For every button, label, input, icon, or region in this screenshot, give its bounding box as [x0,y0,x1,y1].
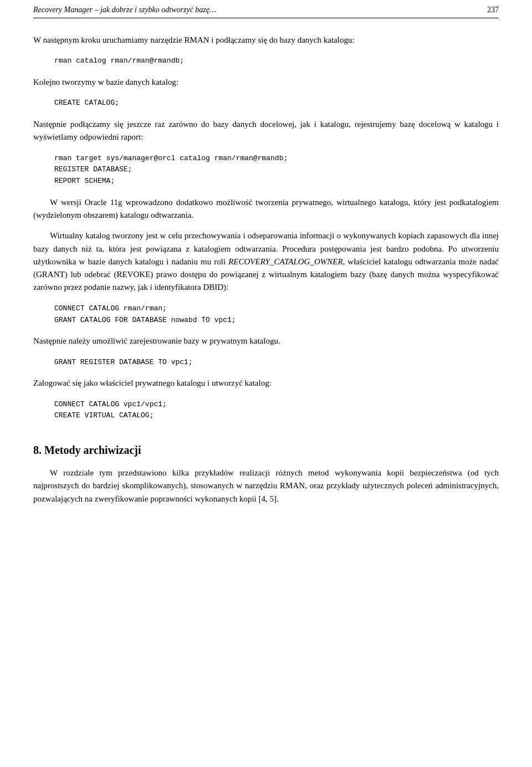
code-block-2: CREATE CATALOG; [54,98,499,109]
intro-paragraph: W następnym kroku uruchamiamy narzędzie … [33,34,499,47]
role-name: RECOVERY_CATALOG_OWNER [228,257,342,266]
section-paragraph: W rozdziale tym przedstawiono kilka przy… [33,467,499,505]
section-number: 8. [33,444,44,456]
header-page-number: 237 [487,6,499,14]
page: Recovery Manager – jak dobrze i szybko o… [0,0,532,767]
section-title: Metody archiwizacji [44,444,141,456]
header-title: Recovery Manager – jak dobrze i szybko o… [33,6,216,14]
login-label: Zalogować się jako właściciel prywatnego… [33,377,499,390]
virtual-catalog-paragraph-2: Wirtualny katalog tworzony jest w celu p… [33,229,499,294]
code-block-5: GRANT REGISTER DATABASE TO vpc1; [54,357,499,369]
code-block-1: rman catalog rman/rman@rmandb; [54,55,499,67]
page-header: Recovery Manager – jak dobrze i szybko o… [33,0,499,18]
next-register-label: Następnie należy umożliwić zarejestrowan… [33,335,499,347]
code-block-6: CONNECT CATALOG vpc1/vpc1; CREATE VIRTUA… [54,399,499,422]
connect-label: Kolejno tworzymy w bazie danych katalog: [33,76,499,89]
section-heading: 8. Metody archiwizacji [33,444,499,457]
virtual-catalog-paragraph-1: W wersji Oracle 11g wprowadzono dodatkow… [33,196,499,222]
register-paragraph: Następnie podłączamy się jeszcze raz zar… [33,118,499,144]
code-block-4: CONNECT CATALOG rman/rman; GRANT CATALOG… [54,303,499,326]
code-block-3: rman target sys/manager@orcl catalog rma… [54,153,499,187]
